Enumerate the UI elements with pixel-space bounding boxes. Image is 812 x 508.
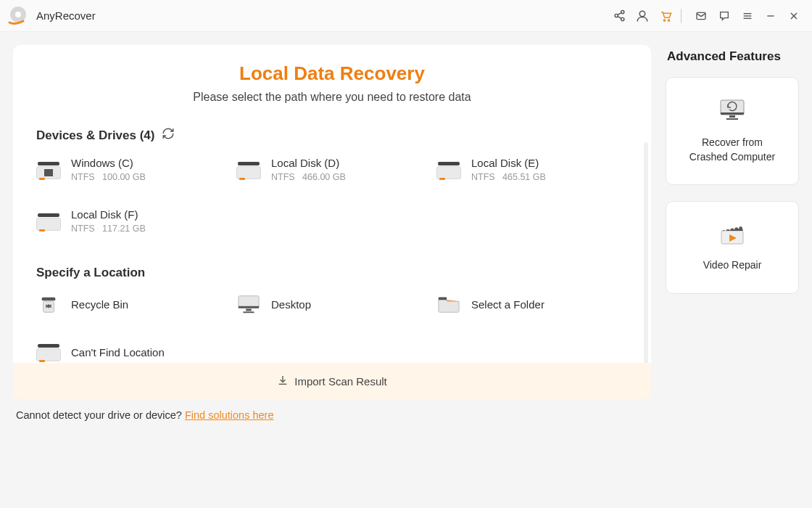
- svg-point-4: [621, 17, 624, 20]
- import-label: Import Scan Result: [294, 375, 387, 388]
- svg-rect-27: [726, 118, 738, 120]
- cart-icon[interactable]: [656, 7, 675, 25]
- drive-meta: NTFS 465.51 GB: [471, 172, 546, 182]
- feedback-icon[interactable]: [715, 7, 734, 25]
- svg-rect-17: [42, 298, 56, 301]
- drive-meta: NTFS 100.00 GB: [71, 172, 146, 182]
- folder-icon: [436, 293, 461, 315]
- windows-drive-icon: [36, 159, 61, 181]
- drive-e[interactable]: Local Disk (E) NTFS 465.51 GB: [436, 157, 628, 182]
- close-icon[interactable]: [784, 7, 803, 25]
- sidebar-title: Advanced Features: [667, 49, 799, 64]
- svg-line-6: [618, 17, 621, 19]
- svg-point-2: [621, 10, 624, 13]
- drive-name: Local Disk (F): [71, 208, 146, 221]
- main-panel: Local Data Recovery Please select the pa…: [13, 45, 651, 399]
- share-icon[interactable]: [610, 7, 629, 25]
- devices-heading: Devices & Drives (4): [36, 127, 628, 144]
- app-name: AnyRecover: [36, 9, 96, 22]
- card-label: Recover fromCrashed Computer: [674, 136, 791, 164]
- recover-crashed-card[interactable]: Recover fromCrashed Computer: [666, 77, 799, 185]
- svg-rect-25: [721, 112, 744, 115]
- svg-rect-21: [246, 309, 252, 311]
- drive-meta: NTFS 466.00 GB: [271, 172, 346, 182]
- drive-name: Local Disk (E): [471, 157, 546, 169]
- mail-icon[interactable]: [692, 7, 710, 25]
- footer-link[interactable]: Find solutions here: [185, 409, 274, 421]
- svg-point-1: [15, 12, 21, 17]
- hdd-icon: [36, 210, 61, 232]
- desktop-icon: [236, 293, 261, 315]
- drive-name: Local Disk (D): [271, 157, 346, 169]
- devices-heading-text: Devices & Drives (4): [36, 128, 154, 143]
- locations-grid: Recycle Bin Desktop Select a Folder: [36, 293, 628, 363]
- page-title: Local Data Recovery: [36, 62, 628, 85]
- location-name: Desktop: [271, 298, 311, 311]
- menu-icon[interactable]: [738, 7, 757, 25]
- location-cant-find[interactable]: Can't Find Location: [36, 341, 228, 363]
- location-desktop[interactable]: Desktop: [236, 293, 428, 315]
- drive-c[interactable]: Windows (C) NTFS 100.00 GB: [36, 157, 228, 182]
- locations-heading-text: Specify a Location: [36, 266, 145, 280]
- scrollbar[interactable]: [644, 142, 648, 363]
- drive-d[interactable]: Local Disk (D) NTFS 466.00 GB: [236, 157, 428, 182]
- location-name: Can't Find Location: [71, 346, 165, 359]
- hdd-icon: [36, 341, 61, 363]
- location-name: Recycle Bin: [71, 298, 128, 311]
- svg-point-7: [639, 11, 645, 17]
- sidebar: Advanced Features Recover fromCrashed Co…: [666, 45, 799, 399]
- drive-f[interactable]: Local Disk (F) NTFS 117.21 GB: [36, 208, 228, 234]
- refresh-icon[interactable]: [162, 127, 175, 144]
- app-logo: [7, 5, 29, 27]
- page-subtitle: Please select the path where you need to…: [36, 91, 628, 104]
- drives-grid: Windows (C) NTFS 100.00 GB Local Disk (D…: [36, 157, 628, 234]
- location-recycle-bin[interactable]: Recycle Bin: [36, 293, 228, 315]
- svg-rect-22: [243, 311, 254, 313]
- import-scan-result-button[interactable]: Import Scan Result: [13, 363, 651, 399]
- titlebar: AnyRecover: [0, 0, 812, 32]
- locations-heading: Specify a Location: [36, 266, 628, 280]
- svg-rect-20: [239, 306, 259, 308]
- recycle-bin-icon: [36, 293, 61, 315]
- svg-point-3: [615, 14, 618, 17]
- drive-name: Windows (C): [71, 157, 146, 169]
- video-repair-card[interactable]: Video Repair: [666, 201, 799, 294]
- location-name: Select a Folder: [471, 298, 544, 311]
- footer: Cannot detect your drive or device? Find…: [0, 399, 812, 421]
- location-select-folder[interactable]: Select a Folder: [436, 293, 628, 315]
- monitor-refresh-icon: [674, 98, 791, 124]
- svg-rect-23: [439, 298, 447, 300]
- download-icon: [277, 374, 289, 388]
- minimize-icon[interactable]: [761, 7, 780, 25]
- account-icon[interactable]: [633, 7, 652, 25]
- hdd-icon: [436, 159, 461, 181]
- footer-text: Cannot detect your drive or device?: [16, 409, 185, 421]
- titlebar-divider: [681, 9, 682, 23]
- svg-point-8: [663, 19, 665, 20]
- drive-meta: NTFS 117.21 GB: [71, 224, 146, 234]
- svg-point-9: [668, 19, 669, 20]
- hdd-icon: [236, 159, 261, 181]
- clapperboard-icon: [674, 222, 791, 247]
- svg-line-5: [618, 13, 621, 15]
- card-label: Video Repair: [674, 258, 791, 273]
- svg-rect-26: [729, 115, 735, 118]
